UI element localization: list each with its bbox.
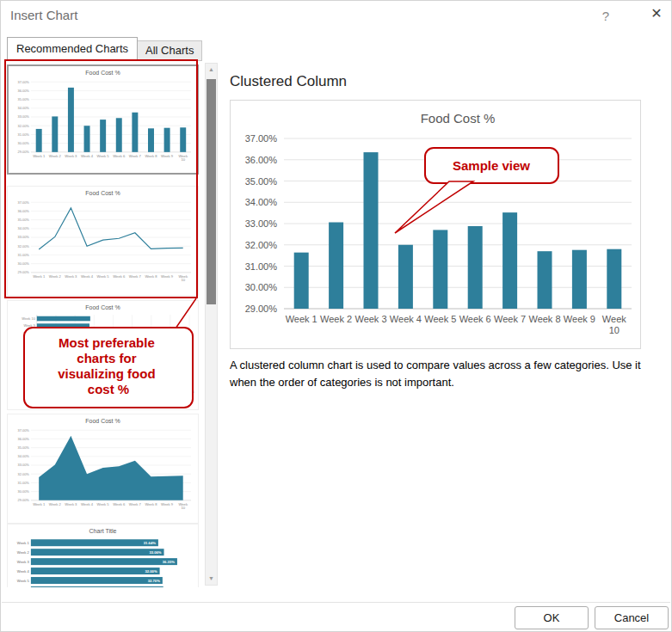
ok-button[interactable]: OK [515, 606, 589, 629]
chart-preview-panel: Clustered Column Food Cost %29.00%30.00%… [230, 73, 665, 390]
svg-text:Week 8: Week 8 [145, 154, 157, 158]
thumbnail-title: Food Cost % [8, 187, 198, 199]
svg-text:36.35%: 36.35% [163, 560, 175, 564]
svg-text:32.70%: 32.70% [148, 579, 160, 583]
thumbnail-area-chart[interactable]: Food Cost % 29.00%30.00%31.00%32.00%33.0… [7, 414, 199, 524]
svg-text:30.00%: 30.00% [17, 141, 29, 145]
svg-text:Week10: Week10 [178, 154, 188, 163]
close-icon[interactable]: ✕ [641, 1, 672, 27]
thumbnail-title: Chart Title [8, 525, 198, 537]
scrollbar-thumb[interactable] [207, 79, 216, 304]
svg-text:Week 6: Week 6 [23, 346, 35, 350]
svg-text:Week 1: Week 1 [33, 154, 46, 158]
thumbnail-bar-chart[interactable]: Food Cost % 29.00%30.00%31.00%32.00%33.0… [7, 300, 199, 410]
svg-text:Week 7: Week 7 [129, 502, 142, 506]
thumbnail-title: Food Cost % [9, 66, 197, 78]
thumbnail-bar-chart-svg: 29.00%30.00%31.00%32.00%33.00%34.00%35.0… [9, 313, 196, 408]
thumbnail-clustered-column[interactable]: Food Cost % 29.00%30.00%31.00%32.00%33.0… [7, 64, 199, 175]
svg-text:Week 4: Week 4 [23, 360, 35, 365]
svg-text:Week 7: Week 7 [129, 274, 142, 279]
svg-text:Week 9: Week 9 [23, 323, 35, 328]
svg-text:35.00%: 35.00% [17, 445, 29, 450]
svg-text:Week 2: Week 2 [49, 154, 62, 158]
svg-text:Week 6: Week 6 [113, 274, 126, 279]
svg-text:29.00%: 29.00% [17, 150, 29, 154]
svg-text:Week 6: Week 6 [113, 154, 126, 158]
svg-text:33.00%: 33.00% [17, 235, 29, 239]
svg-text:Week 4: Week 4 [81, 154, 94, 158]
tab-recommended-charts[interactable]: Recommended Charts [7, 37, 138, 61]
svg-text:Week 2: Week 2 [17, 550, 30, 555]
thumbnail-line-chart[interactable]: Food Cost % 29.00%30.00%31.00%32.00%33.0… [7, 186, 199, 296]
svg-text:30.00%: 30.00% [17, 489, 29, 494]
svg-text:37.00%: 37.00% [184, 390, 194, 394]
svg-text:Week 9: Week 9 [161, 502, 174, 506]
svg-text:31.64%: 31.64% [144, 541, 156, 545]
svg-text:Week 1: Week 1 [17, 541, 30, 545]
chart-preview: Food Cost %29.00%30.00%31.00%32.00%33.00… [230, 100, 641, 349]
svg-text:36.00%: 36.00% [17, 437, 29, 441]
svg-text:Week 7: Week 7 [23, 339, 34, 343]
svg-text:Week10: Week10 [178, 502, 188, 511]
svg-text:35.00%: 35.00% [17, 97, 29, 101]
thumbnail-line-chart-svg: 29.00%30.00%31.00%32.00%33.00%34.00%35.0… [9, 199, 196, 293]
svg-text:Week 3: Week 3 [17, 560, 30, 564]
svg-text:36.00%: 36.00% [165, 390, 175, 394]
svg-text:31.00%: 31.00% [17, 132, 29, 137]
svg-text:Week10: Week10 [178, 274, 188, 283]
thumbnail-bar-labeled-chart-svg: Week 131.64%Week 233.06%Week 336.35%Week… [9, 537, 196, 587]
svg-text:Week 5: Week 5 [23, 353, 35, 358]
svg-text:29.00%: 29.00% [17, 498, 29, 502]
thumbnail-title: Food Cost % [8, 414, 198, 426]
main-chart-svg: Food Cost %29.00%30.00%31.00%32.00%33.00… [231, 101, 640, 348]
svg-text:Week 3: Week 3 [23, 368, 35, 372]
svg-text:32.00%: 32.00% [89, 390, 99, 394]
recommended-charts-list: Food Cost % 29.00%30.00%31.00%32.00%33.0… [6, 61, 219, 587]
svg-text:32.00%: 32.00% [17, 124, 29, 128]
svg-text:Week 2: Week 2 [49, 502, 62, 506]
svg-text:32.00%: 32.00% [245, 240, 278, 250]
tab-all-charts[interactable]: All Charts [137, 40, 202, 61]
svg-text:Week 8: Week 8 [145, 502, 157, 506]
svg-text:Food Cost %: Food Cost % [421, 111, 496, 126]
svg-text:Week 4: Week 4 [17, 569, 30, 574]
svg-text:Week 2: Week 2 [320, 314, 352, 324]
svg-text:Week 9: Week 9 [161, 154, 174, 158]
svg-text:Week 10: Week 10 [22, 316, 35, 321]
svg-text:Week 7: Week 7 [494, 314, 526, 324]
thumbnail-column-chart: 29.00%30.00%31.00%32.00%33.00%34.00%35.0… [9, 78, 196, 173]
svg-text:Week 8: Week 8 [23, 331, 35, 335]
svg-text:Week 5: Week 5 [424, 314, 456, 324]
svg-text:33.00%: 33.00% [17, 114, 29, 119]
thumbnail-title: Food Cost % [8, 301, 198, 313]
svg-text:35.00%: 35.00% [245, 176, 278, 187]
scroll-up-icon[interactable]: ▲ [206, 64, 217, 76]
svg-text:Week 9: Week 9 [564, 314, 595, 324]
insert-chart-dialog: Insert Chart ? ✕ Recommended Charts All … [0, 0, 672, 632]
svg-text:Week 1: Week 1 [23, 383, 35, 387]
svg-text:Week 1: Week 1 [33, 274, 46, 279]
svg-text:30.00%: 30.00% [245, 282, 278, 292]
svg-text:33.00%: 33.00% [245, 218, 278, 229]
svg-text:Week 6: Week 6 [459, 314, 491, 324]
svg-text:Week 1: Week 1 [286, 314, 318, 324]
svg-text:Week 1: Week 1 [33, 502, 46, 506]
svg-text:37.00%: 37.00% [245, 133, 278, 144]
svg-text:Week 3: Week 3 [65, 274, 77, 279]
svg-text:Week 5: Week 5 [97, 502, 110, 506]
scroll-down-icon[interactable]: ▼ [206, 573, 217, 585]
svg-text:32.00%: 32.00% [145, 569, 157, 574]
svg-text:Week10: Week10 [602, 314, 626, 335]
chart-description: A clustered column chart is used to comp… [230, 357, 658, 390]
help-icon[interactable]: ? [595, 5, 617, 28]
svg-text:36.00%: 36.00% [17, 209, 29, 213]
cancel-button[interactable]: Cancel [595, 606, 669, 629]
svg-text:Week 7: Week 7 [129, 154, 142, 158]
svg-text:30.00%: 30.00% [51, 390, 60, 394]
thumbnail-scrollbar[interactable]: ▲ ▼ [205, 63, 218, 586]
svg-text:33.00%: 33.00% [108, 390, 118, 394]
svg-text:37.00%: 37.00% [17, 80, 29, 84]
svg-text:34.00%: 34.00% [127, 390, 137, 394]
thumbnail-bar-labeled-chart[interactable]: Chart Title Week 131.64%Week 233.06%Week… [7, 524, 199, 587]
svg-text:37.00%: 37.00% [17, 200, 29, 205]
